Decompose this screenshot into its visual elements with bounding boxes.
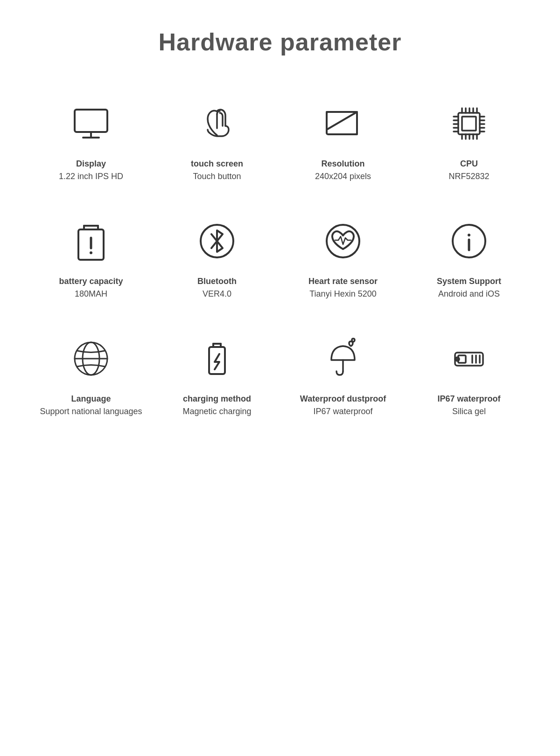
- touch-screen-label: touch screen Touch button: [191, 158, 243, 183]
- param-charging: charging method Magnetic charging: [154, 319, 280, 437]
- system-label: System Support Android and iOS: [437, 275, 501, 300]
- param-display: Display 1.22 inch IPS HD: [28, 84, 154, 201]
- waterproof-icon: [317, 333, 369, 384]
- svg-point-36: [327, 225, 359, 257]
- cpu-icon: [443, 98, 495, 149]
- battery-label: battery capacity 180MAH: [59, 275, 123, 300]
- language-label: Language Support national languages: [40, 393, 142, 418]
- resolution-icon: [317, 98, 369, 149]
- language-icon: [65, 333, 117, 384]
- system-icon: [443, 215, 495, 267]
- display-label: Display 1.22 inch IPS HD: [59, 158, 123, 183]
- param-resolution: Resolution 240x204 pixels: [280, 84, 406, 201]
- param-language: Language Support national languages: [28, 319, 154, 437]
- silica-label: IP67 waterproof Silica gel: [437, 393, 500, 418]
- bluetooth-label: Bluetooth VER4.0: [197, 275, 237, 300]
- params-grid: Display 1.22 inch IPS HD touch screen To…: [0, 75, 560, 446]
- touch-screen-icon: [191, 98, 243, 149]
- heart-rate-label: Heart rate sensor Tianyi Hexin 5200: [308, 275, 378, 300]
- heart-rate-icon: [317, 215, 369, 267]
- charging-label: charging method Magnetic charging: [182, 393, 251, 418]
- cpu-label: CPU NRF52832: [448, 158, 489, 183]
- param-waterproof: Waterproof dustproof IP67 waterproof: [280, 319, 406, 437]
- svg-point-38: [468, 234, 470, 236]
- param-cpu: CPU NRF52832: [406, 84, 532, 201]
- svg-rect-0: [75, 110, 107, 132]
- display-icon: [65, 98, 117, 149]
- param-battery: battery capacity 180MAH: [28, 201, 154, 319]
- svg-point-34: [90, 251, 92, 254]
- param-system: System Support Android and iOS: [406, 201, 532, 319]
- battery-icon: [65, 215, 117, 267]
- bluetooth-icon: [191, 215, 243, 267]
- param-touch-screen: touch screen Touch button: [154, 84, 280, 201]
- silica-icon: [443, 333, 495, 384]
- param-silica: IP67 waterproof Silica gel: [406, 319, 532, 437]
- resolution-label: Resolution 240x204 pixels: [315, 158, 371, 183]
- page-title: Hardware parameter: [0, 0, 560, 75]
- svg-rect-43: [209, 347, 225, 374]
- charging-icon: [191, 333, 243, 384]
- waterproof-label: Waterproof dustproof IP67 waterproof: [300, 393, 386, 418]
- svg-line-6: [327, 112, 357, 130]
- param-bluetooth: Bluetooth VER4.0: [154, 201, 280, 319]
- svg-rect-8: [462, 117, 476, 131]
- param-heart-rate: Heart rate sensor Tianyi Hexin 5200: [280, 201, 406, 319]
